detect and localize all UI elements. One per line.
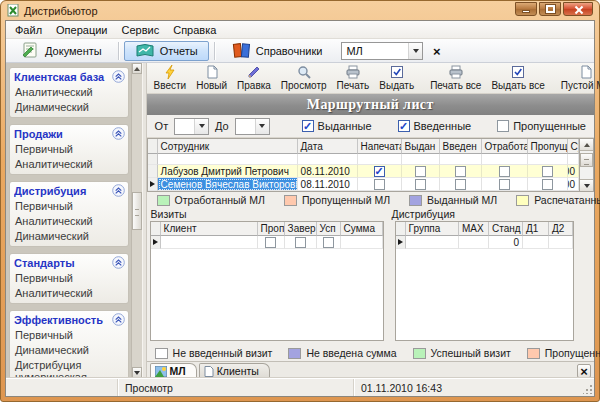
- collapse-chevron-icon[interactable]: [112, 70, 125, 83]
- sidebar-item-dynamic[interactable]: Динамический: [14, 227, 125, 242]
- scroll-up-button[interactable]: [132, 63, 142, 74]
- skipped-checkbox[interactable]: [497, 120, 509, 132]
- new-button[interactable]: Новый: [191, 63, 232, 93]
- col-skipped[interactable]: Проп: [258, 222, 285, 236]
- collapse-chevron-icon[interactable]: [112, 313, 125, 326]
- col-d2[interactable]: Д2: [549, 222, 573, 236]
- collapse-chevron-icon[interactable]: [112, 184, 125, 197]
- menu-file[interactable]: Файл: [8, 22, 49, 38]
- col-client[interactable]: Клиент: [161, 222, 258, 236]
- chevron-down-icon[interactable]: [194, 119, 208, 134]
- sidebar-item-dynamic[interactable]: Динамический: [14, 98, 125, 113]
- sidebar-item-dynamic[interactable]: Динамический: [14, 341, 125, 356]
- entered-checkbox[interactable]: [455, 166, 466, 177]
- scroll-thumb[interactable]: [580, 153, 593, 167]
- completed-checkbox[interactable]: [295, 237, 306, 248]
- chevron-down-icon[interactable]: [255, 119, 269, 134]
- col-issued[interactable]: Выдан: [402, 139, 440, 154]
- col-sum[interactable]: Сумма: [568, 139, 579, 154]
- printed-checkbox[interactable]: [374, 179, 385, 190]
- printed-checkbox[interactable]: [374, 166, 385, 177]
- skipped-filter[interactable]: Пропущенные: [497, 120, 586, 132]
- edit-button[interactable]: Правка: [232, 63, 276, 93]
- sum-cell[interactable]: 0,00: [568, 178, 579, 191]
- col-worked[interactable]: Отработан: [482, 139, 528, 154]
- date-cell[interactable]: 08.11.2010: [298, 178, 358, 191]
- skipped-checkbox[interactable]: [542, 166, 553, 177]
- group-title[interactable]: Продажи: [14, 128, 110, 140]
- report-combobox[interactable]: МЛ: [341, 42, 423, 60]
- employee-cell[interactable]: Лабузов Дмитрий Петрович: [158, 165, 298, 178]
- empty-ml-button[interactable]: Пустой МЛ: [556, 63, 600, 93]
- col-success[interactable]: Усп: [317, 222, 341, 236]
- collapse-chevron-icon[interactable]: [112, 256, 125, 269]
- skipped-checkbox[interactable]: [265, 237, 276, 248]
- grid-filter-row[interactable]: [148, 154, 579, 165]
- sidebar-item-numeric-distribution[interactable]: Дистрибуция нумерическая: [14, 356, 125, 378]
- collapse-chevron-icon[interactable]: [112, 127, 125, 140]
- table-row-selected[interactable]: Семенов Вячеслав Викторович 08.11.2010 0…: [148, 178, 579, 191]
- sidebar-item-primary[interactable]: Первичный: [14, 140, 125, 155]
- issue-all-button[interactable]: Выдать все: [486, 63, 549, 93]
- distribution-row[interactable]: 0: [396, 236, 573, 249]
- col-max[interactable]: MAX: [459, 222, 489, 236]
- group-title[interactable]: Дистрибуция: [14, 185, 110, 197]
- col-standard[interactable]: Станд: [489, 222, 523, 236]
- combobox-clear-button[interactable]: [428, 42, 445, 59]
- references-button[interactable]: Справочники: [220, 41, 334, 61]
- employee-cell[interactable]: Семенов Вячеслав Викторович: [158, 178, 298, 191]
- enter-button[interactable]: Ввести: [149, 63, 192, 93]
- col-d1[interactable]: Д1: [523, 222, 549, 236]
- reports-button[interactable]: Отчеты: [124, 41, 209, 61]
- sidebar-item-primary[interactable]: Первичный: [14, 269, 125, 284]
- success-checkbox[interactable]: [323, 237, 334, 248]
- maximize-button[interactable]: [539, 2, 561, 16]
- menu-operations[interactable]: Операции: [49, 22, 114, 38]
- menu-help[interactable]: Справка: [166, 22, 223, 38]
- sidebar-item-analytical[interactable]: Аналитический: [14, 155, 125, 170]
- group-title[interactable]: Стандарты: [14, 257, 110, 269]
- col-completed[interactable]: Завер: [285, 222, 317, 236]
- visits-row[interactable]: [151, 236, 383, 249]
- scroll-up-button[interactable]: [580, 139, 593, 151]
- issued-filter[interactable]: Выданные: [302, 120, 372, 132]
- table-row[interactable]: Лабузов Дмитрий Петрович 08.11.2010 0,00: [148, 165, 579, 178]
- documents-button[interactable]: Документы: [9, 41, 113, 61]
- combobox-dropdown-button[interactable]: [408, 43, 422, 59]
- print-button[interactable]: Печать: [332, 63, 375, 93]
- close-button[interactable]: [563, 2, 593, 16]
- group-title[interactable]: Эффективность: [14, 314, 110, 326]
- scroll-thumb[interactable]: [132, 192, 142, 230]
- scroll-down-button[interactable]: [580, 179, 593, 191]
- col-group[interactable]: Группа: [406, 222, 459, 236]
- tab-ml[interactable]: МЛ: [150, 363, 197, 378]
- sidebar-item-primary[interactable]: Первичный: [14, 326, 125, 341]
- scroll-track[interactable]: [580, 151, 593, 179]
- sidebar-item-analytical[interactable]: Аналитический: [14, 284, 125, 299]
- close-document-button[interactable]: [577, 364, 591, 378]
- to-combobox[interactable]: [235, 118, 270, 135]
- view-button[interactable]: Просмотр: [276, 63, 332, 93]
- entered-checkbox[interactable]: [455, 179, 466, 190]
- col-sum[interactable]: Сумма: [341, 222, 383, 236]
- scroll-track[interactable]: [132, 74, 142, 367]
- sidebar-scrollbar[interactable]: [131, 63, 142, 378]
- resize-grip[interactable]: [580, 379, 594, 396]
- worked-checkbox[interactable]: [499, 166, 510, 177]
- tab-clients[interactable]: Клиенты: [199, 363, 270, 378]
- col-skipped[interactable]: Пропущен: [528, 139, 568, 154]
- from-combobox[interactable]: [174, 118, 209, 135]
- group-title[interactable]: Клиентская база: [14, 71, 110, 83]
- skipped-checkbox[interactable]: [542, 179, 553, 190]
- minimize-button[interactable]: [515, 2, 537, 16]
- grid-scrollbar[interactable]: [579, 138, 594, 192]
- col-date[interactable]: Дата: [298, 139, 358, 154]
- sidebar-item-analytical[interactable]: Аналитический: [14, 212, 125, 227]
- sum-cell[interactable]: 0,00: [568, 165, 579, 178]
- issued-checkbox[interactable]: [415, 179, 426, 190]
- issue-button[interactable]: Выдать: [374, 63, 419, 93]
- entered-checkbox[interactable]: [398, 120, 410, 132]
- scroll-down-button[interactable]: [132, 367, 142, 378]
- entered-filter[interactable]: Введенные: [398, 120, 472, 132]
- menu-service[interactable]: Сервис: [115, 22, 167, 38]
